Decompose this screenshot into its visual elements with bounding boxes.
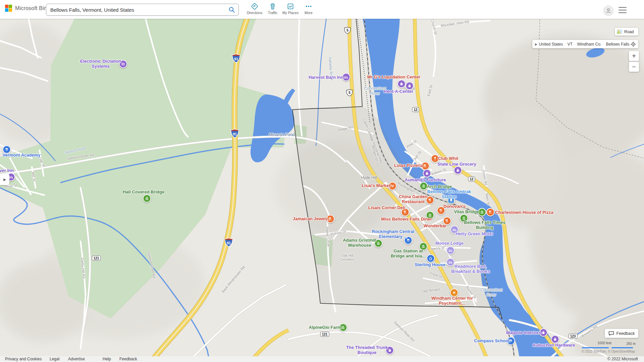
poi-label[interactable]: Saxtons River Inn [0, 168, 14, 173]
poi-label[interactable]: Moose Lodge [435, 241, 464, 246]
search-button[interactable] [225, 4, 238, 15]
street-label: Front St [429, 271, 442, 279]
poi-label[interactable]: Sterling House [415, 262, 445, 267]
feedback-bubble-icon [608, 331, 614, 336]
street-label: Killeen St [431, 167, 446, 176]
breadcrumb-item[interactable]: Windham Co. [577, 42, 601, 47]
footer-link-privacy-and-cookies[interactable]: Privacy and Cookies [5, 357, 42, 361]
poi-label[interactable]: Rockingham CentralElementary ... [372, 229, 414, 239]
footer-copyright: © 2022 Microsoft [607, 357, 638, 361]
header: Microsoft Bing Directions [0, 0, 644, 19]
svg-text:5: 5 [346, 28, 348, 32]
poi-label[interactable]: Club Whit [438, 156, 459, 161]
poi-label[interactable]: Donovan's [443, 204, 466, 209]
poi-label[interactable]: The Threaded TrunkBoutique [346, 345, 388, 355]
poi-label[interactable]: Charlestown House of Pizza [495, 210, 553, 215]
zoom-in-button[interactable]: + [629, 51, 639, 61]
poi-label[interactable]: Gas Station atBridge and Isla... [391, 248, 426, 258]
footer-link-legal[interactable]: Legal [50, 357, 59, 361]
poi-label[interactable]: Aumand's Furniture [405, 177, 446, 182]
zoom-out-button[interactable]: − [629, 62, 639, 72]
tool-traffic[interactable]: Traffic [264, 3, 282, 15]
street-label: Mountain View Rd [440, 19, 469, 27]
map-feedback-label: Feedback [616, 331, 635, 336]
poi-label[interactable]: Hall Covered Bridge [123, 189, 164, 194]
street-label: Old Terrace [422, 287, 440, 293]
street-label: Green Rd [482, 170, 488, 186]
breadcrumb-item[interactable]: VT [568, 42, 573, 47]
poi-label[interactable]: Harvest Barn Inn [309, 75, 343, 80]
poi-label[interactable]: Miss Bellows Falls Diner [381, 217, 432, 222]
breadcrumb-item[interactable]: United States [539, 42, 563, 47]
poi-label[interactable]: Bellows Falls AmtrakStation [427, 189, 471, 199]
poi-label[interactable]: Hyde Hill [361, 175, 377, 180]
account-avatar[interactable] [603, 5, 614, 16]
footer-link-advertise[interactable]: Advertise [68, 357, 85, 361]
footer-link-feedback[interactable]: Feedback [119, 357, 137, 361]
menu-button[interactable] [619, 7, 627, 13]
poi-marker-shop-icon[interactable] [454, 166, 462, 175]
map-attribution: © 2022 TomTom, © OpenStreetMap [582, 350, 635, 353]
poi-label[interactable]: Minards Pond [269, 132, 294, 137]
poi-label[interactable]: ConnecticutRiver [480, 288, 502, 298]
footer-link-help[interactable]: Help [103, 357, 111, 361]
poi-label[interactable]: Aubuchon Hardware [532, 343, 575, 348]
poi-marker-landmark-icon[interactable] [143, 194, 151, 203]
poi-label[interactable]: Electronic DictationSystems [80, 59, 121, 69]
poi-label[interactable]: Compass School [474, 338, 509, 343]
breadcrumb-item[interactable]: Bellows Falls [606, 42, 630, 47]
poi-marker-house-icon[interactable] [427, 254, 435, 263]
map-canvas[interactable]: 919191551212121121123Saxtons River RdSax… [0, 0, 644, 362]
route-shield-12: 12 [468, 177, 475, 182]
poi-label[interactable]: Vermont Academy [3, 153, 41, 158]
poi-label[interactable]: ConnecticutRiver [364, 86, 386, 96]
poi-label[interactable]: Vilas Bridge [454, 209, 479, 214]
interstate-shield-91: 91 [232, 54, 240, 63]
scale-m-bar [611, 347, 633, 348]
tool-more-label: More [305, 11, 313, 15]
poi-marker-shop-icon[interactable] [397, 80, 406, 88]
poi-label[interactable]: Adams GristmillWarehouse [343, 238, 376, 248]
bing-maps-app: 919191551212121121123Saxtons River RdSax… [0, 0, 644, 362]
poi-label[interactable]: Wunderbar [424, 223, 446, 228]
poi-label[interactable]: Lisais Corner Deli [368, 205, 406, 210]
poi-label[interactable]: Windham Center forPsychiatric... [431, 296, 473, 306]
svg-text:91: 91 [233, 132, 237, 136]
interstate-shield-91: 91 [224, 238, 233, 247]
poi-label[interactable]: Oak HillCemetery [339, 253, 355, 261]
my-places-icon [287, 3, 294, 10]
bing-logo[interactable]: Microsoft Bing [5, 5, 50, 12]
breadcrumb[interactable]: ▶ United States·VT·Windham Co.·Bellows F… [532, 40, 638, 48]
street-label: East St [426, 84, 433, 97]
breadcrumb-chevron-icon[interactable]: ▶ [534, 43, 538, 46]
map-style-button[interactable]: Road [615, 28, 638, 36]
poi-label[interactable]: Arch Bridge [427, 184, 452, 189]
poi-marker-hotel-light-icon[interactable] [446, 246, 455, 255]
logo-text: Microsoft Bing [15, 5, 50, 11]
poi-label[interactable]: Readmore Bed,Breakfast & Books [451, 264, 490, 274]
tool-my-places[interactable]: My Places [281, 3, 300, 15]
tool-directions[interactable]: Directions [246, 3, 264, 15]
search-input[interactable] [46, 7, 225, 13]
poi-label[interactable]: China GardenRestaurant [399, 194, 427, 204]
poi-label[interactable]: Jamaican Jewelz. [293, 216, 329, 221]
poi-label[interactable]: State Line Grocery [437, 162, 476, 167]
poi-label[interactable]: Bellows Falls TimesBuilding [464, 220, 505, 230]
map-feedback-button[interactable]: Feedback [605, 329, 638, 338]
poi-label[interactable]: Hetty Green Motel [455, 231, 493, 236]
poi-marker-shop-icon[interactable] [423, 169, 431, 178]
scale-m-label: 250 m [626, 342, 636, 346]
street-label: Church St [430, 19, 438, 35]
expand-panel-button[interactable]: ▶ [0, 174, 9, 185]
poi-label[interactable]: Walpole Interiors [506, 330, 541, 335]
poi-marker-landmark-icon[interactable] [420, 182, 428, 190]
poi-label[interactable]: AlpineGlo Farm [309, 325, 341, 330]
poi-marker-restaurant-icon[interactable] [486, 208, 495, 217]
poi-label[interactable]: Rent-A-Center [384, 89, 413, 94]
poi-label[interactable]: Lolas Pizzeria [394, 163, 423, 168]
locate-icon[interactable] [630, 41, 636, 47]
tool-more[interactable]: More [300, 3, 318, 15]
street-label: Saxtons River Rd [393, 320, 415, 342]
poi-label[interactable]: Mr G's Liquidation Center [367, 74, 420, 79]
poi-label[interactable]: Lisai's Market [362, 183, 390, 188]
